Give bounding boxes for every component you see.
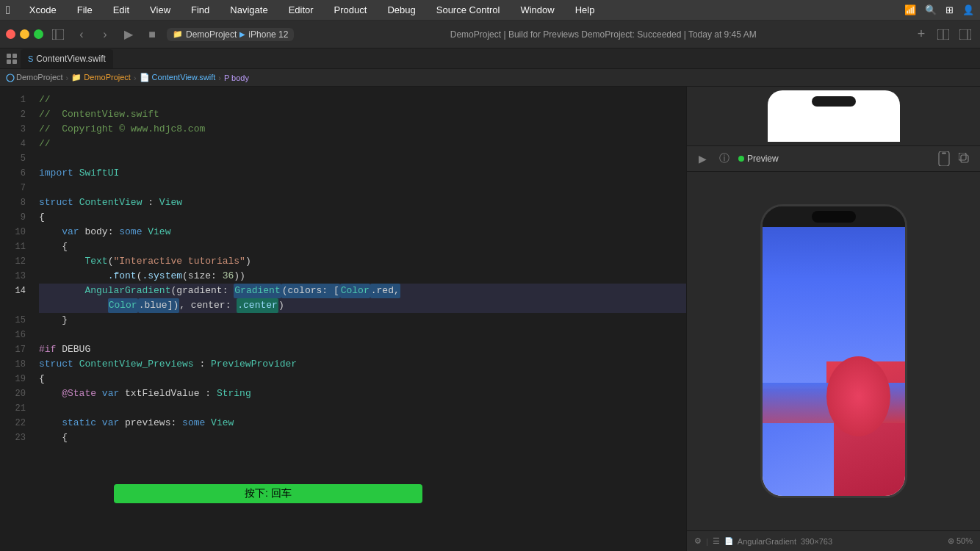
split-view-button[interactable] <box>934 26 952 43</box>
code-line-6: import SwiftUI <box>39 166 686 181</box>
preview-dimensions: 390×763 <box>801 537 832 546</box>
run-button[interactable]: ▶ <box>120 26 137 43</box>
code-line-11: { <box>39 240 686 254</box>
breadcrumb-folder[interactable]: 📁 DemoProject <box>71 73 131 82</box>
code-line-10: var body: some View <box>39 225 686 240</box>
profile-icon[interactable]: 👤 <box>962 4 974 15</box>
breadcrumb-sep-3: › <box>218 73 221 82</box>
file-tab[interactable]: S ContentView.swift <box>21 49 113 68</box>
svg-rect-12 <box>942 153 946 154</box>
breadcrumb: DemoProject › 📁 DemoProject › 📄 ContentV… <box>0 69 980 87</box>
code-line-18: struct ContentView_Previews : PreviewPro… <box>39 357 686 372</box>
add-button[interactable]: + <box>912 26 930 43</box>
menubar-file[interactable]: File <box>73 3 97 17</box>
line-num-14: 14 <box>0 284 26 298</box>
search-icon[interactable]: 🔍 <box>925 4 937 15</box>
phone-top-area <box>763 206 905 227</box>
code-line-14: AngularGradient (gradient: Gradient (col… <box>39 284 686 298</box>
build-status-text: DemoProject | Build for Previews DemoPro… <box>450 29 757 40</box>
wifi-icon: 📶 <box>904 4 916 15</box>
code-line-5 <box>39 151 686 166</box>
tabbar: S ContentView.swift <box>0 48 980 69</box>
forward-button[interactable]: › <box>96 26 114 43</box>
sidebar-toggle-button[interactable] <box>49 26 67 43</box>
toolbar-right: + <box>912 26 974 43</box>
preview-label-text: Preview <box>747 154 779 164</box>
line-num-17: 17 <box>0 342 26 357</box>
line-num-7: 7 <box>0 181 26 195</box>
line-num-13: 13 <box>0 269 26 284</box>
menubar-xcode[interactable]: Xcode <box>25 3 61 17</box>
menubar-right-icons: 📶 🔍 ⊞ 👤 <box>904 4 974 15</box>
phone-mockup <box>760 204 907 498</box>
device-name: iPhone 12 <box>248 29 288 40</box>
autocomplete-bar[interactable]: 按下: 回车 <box>114 484 422 503</box>
menubar-debug[interactable]: Debug <box>383 3 419 17</box>
code-line-2: // ContentView.swift <box>39 107 686 122</box>
line-num-4: 4 <box>0 137 26 151</box>
code-line-12: Text ( "Interactive tutorials" ) <box>39 254 686 269</box>
svg-rect-13 <box>961 155 968 162</box>
toolbar: ‹ › ▶ ■ 📁 DemoProject ▶ iPhone 12 DemoPr… <box>0 21 980 48</box>
menubar-edit[interactable]: Edit <box>109 3 134 17</box>
line-num-16: 16 <box>0 328 26 342</box>
close-button[interactable] <box>6 29 15 39</box>
code-lines[interactable]: // // ContentView.swift // Copyright © w… <box>33 87 686 551</box>
preview-panel: ▶ ⓘ Preview <box>686 87 980 551</box>
apple-menu[interactable]:  <box>6 4 10 17</box>
code-line-17: #if DEBUG <box>39 342 686 357</box>
maximize-button[interactable] <box>34 29 43 39</box>
menubar-help[interactable]: Help <box>571 3 599 17</box>
code-line-4: // <box>39 137 686 151</box>
line-num-2: 2 <box>0 107 26 122</box>
menubar-source-control[interactable]: Source Control <box>432 3 505 17</box>
line-num-8: 8 <box>0 195 26 210</box>
menubar-editor[interactable]: Editor <box>284 3 318 17</box>
menubar-view[interactable]: View <box>145 3 175 17</box>
back-button[interactable]: ‹ <box>73 26 90 43</box>
preview-label: Preview <box>738 154 779 164</box>
svg-rect-7 <box>12 54 17 58</box>
svg-rect-6 <box>7 54 11 58</box>
svg-rect-14 <box>959 153 966 160</box>
line-num-14b <box>0 298 26 313</box>
code-line-22: static var previews: some View <box>39 416 686 431</box>
preview-copy-button[interactable] <box>956 151 973 167</box>
preview-zoom-value: 50% <box>956 536 973 545</box>
preview-view-icon[interactable]: ☰ <box>713 536 720 546</box>
code-line-9: { <box>39 210 686 225</box>
scheme-selector[interactable]: 📁 DemoProject ▶ iPhone 12 <box>167 28 294 41</box>
svg-rect-8 <box>7 60 11 64</box>
breadcrumb-file[interactable]: 📄 ContentView.swift <box>140 73 216 82</box>
code-editor[interactable]: 1 2 3 4 5 6 7 8 9 10 11 12 13 14 15 16 1… <box>0 87 686 551</box>
minimize-button[interactable] <box>20 29 29 39</box>
code-line-16 <box>39 328 686 342</box>
code-line-7 <box>39 181 686 195</box>
menubar-product[interactable]: Product <box>330 3 372 17</box>
preview-settings-icon[interactable]: ⚙ <box>694 536 702 546</box>
line-num-21: 21 <box>0 401 26 416</box>
phone-notch-pill <box>812 211 856 223</box>
stop-button[interactable]: ■ <box>143 26 161 43</box>
menubar-window[interactable]: Window <box>516 3 558 17</box>
library-button[interactable] <box>3 50 21 68</box>
inspector-toggle-button[interactable] <box>956 26 974 43</box>
code-line-8: struct ContentView : View <box>39 195 686 210</box>
line-num-12: 12 <box>0 254 26 269</box>
preview-zoom-icon[interactable]: ⊕ <box>948 536 954 545</box>
code-line-3: // Copyright © www.hdjc8.com <box>39 122 686 137</box>
autocomplete-text: 按下: 回车 <box>245 487 292 500</box>
line-num-23: 23 <box>0 431 26 445</box>
preview-play-button[interactable]: ▶ <box>694 151 710 167</box>
menubar-find[interactable]: Find <box>187 3 214 17</box>
line-num-1: 1 <box>0 93 26 107</box>
svg-rect-4 <box>959 29 971 40</box>
preview-info-button[interactable]: ⓘ <box>716 151 732 167</box>
breadcrumb-project[interactable]: DemoProject <box>6 73 63 82</box>
menubar-navigate[interactable]: Navigate <box>226 3 272 17</box>
phone-top-notch <box>768 90 900 142</box>
menubar:  Xcode File Edit View Find Navigate Edi… <box>0 0 980 21</box>
preview-device-button[interactable] <box>936 151 952 167</box>
control-center-icon[interactable]: ⊞ <box>945 4 954 15</box>
breadcrumb-symbol[interactable]: P body <box>224 73 249 82</box>
